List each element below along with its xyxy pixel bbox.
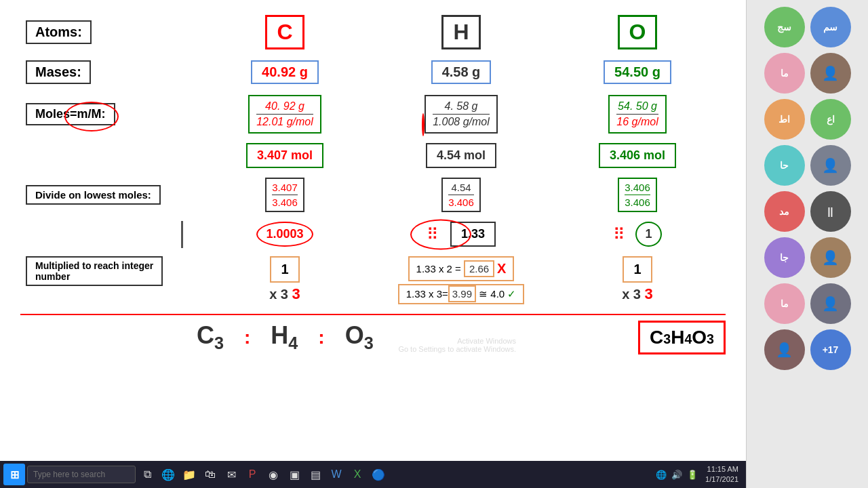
- moles-box: Moles=m/M:: [26, 103, 115, 125]
- atom-h: H: [441, 15, 480, 49]
- mol-c: 3.407 mol: [246, 143, 323, 168]
- div-c-bottom: 3.406: [272, 197, 298, 208]
- frac-o-top: 54. 50 g: [616, 100, 658, 113]
- div-c-cell: 3.407 3.406: [197, 175, 373, 215]
- frac-o-cell: 54. 50 g 16 g/mol: [549, 92, 726, 136]
- avatar-ha[interactable]: حا: [764, 145, 805, 186]
- mases-label-row: Mases:: [20, 58, 197, 87]
- sidebar-row-3: اط اع: [750, 99, 865, 140]
- avatar-photo5[interactable]: 👤: [764, 329, 805, 370]
- avatar-photo2[interactable]: 👤: [810, 145, 851, 186]
- int-c: 1: [270, 256, 299, 283]
- mail-icon[interactable]: ✉: [222, 465, 241, 484]
- result-label-empty: [20, 232, 197, 237]
- app1-icon[interactable]: ▣: [285, 465, 304, 484]
- frac-h: 4. 58 g 1.008 g/mol: [425, 95, 498, 134]
- multiply-h-cell: 1.33 x 2 = 2.66 X 1.33 x 3=3.99 ≅ 4.0 ✓: [373, 253, 549, 307]
- frac-h-cell: 4. 58 g 1.008 g/mol: [373, 92, 549, 136]
- formula-o: O3: [345, 321, 374, 353]
- avatar-pause[interactable]: ||: [810, 191, 851, 232]
- result-c: 1.0003: [256, 222, 313, 247]
- mol-c-cell: 3.407 mol: [197, 140, 373, 171]
- taskbar: ⊞ ⧉ 🌐 📁 🛍 ✉ P ◉ ▣ ▤ W X 🔵 🌐 🔊 🔋 11:15 AM…: [0, 461, 746, 488]
- frac-o: 54. 50 g 16 g/mol: [608, 95, 666, 134]
- network-icon: 🌐: [654, 470, 668, 480]
- mol-h: 4.54 mol: [426, 143, 496, 168]
- div-c: 3.407 3.406: [265, 178, 304, 212]
- div-o-bottom: 3.406: [625, 197, 650, 208]
- multiply-x3-text: 1.33 x 3=3.99 ≅ 4.0 ✓: [398, 284, 525, 304]
- mol-label-empty: [20, 153, 197, 159]
- frac-h-top: 4. 58 g: [433, 100, 490, 113]
- sidebar-row-2: ما 👤: [750, 53, 865, 94]
- app3-icon[interactable]: 🔵: [369, 465, 388, 484]
- atoms-box: Atoms:: [26, 20, 92, 44]
- start-button[interactable]: ⊞: [3, 464, 25, 485]
- multiply-x2-text: 1.33 x 2 =: [416, 263, 461, 274]
- formula-row: C3 : H4 : O3 Activate Windows Go to Sett…: [20, 314, 726, 354]
- divide-box: Divide on lowest moles:: [26, 185, 161, 205]
- divide-label-row: Divide on lowest moles:: [20, 182, 197, 207]
- excel-icon[interactable]: X: [348, 465, 367, 484]
- mol-h-cell: 4.54 mol: [373, 140, 549, 171]
- edge-icon[interactable]: 🌐: [159, 465, 178, 484]
- more-participants-badge[interactable]: +17: [810, 329, 851, 370]
- avatar-ma1[interactable]: ما: [764, 53, 805, 94]
- avatar-sam[interactable]: سم: [810, 7, 851, 47]
- atom-o-header: O: [549, 12, 726, 52]
- powerpoint-icon[interactable]: P: [243, 465, 262, 484]
- sidebar-row-6: جا 👤: [750, 237, 865, 278]
- sidebar-row-4: حا 👤: [750, 145, 865, 186]
- avatar-photo1[interactable]: 👤: [810, 53, 851, 94]
- div-c-top: 3.407: [272, 182, 298, 193]
- task-view-icon[interactable]: ⧉: [138, 465, 157, 484]
- avatar-photo3[interactable]: 👤: [810, 237, 851, 278]
- explorer-icon[interactable]: 📁: [180, 465, 199, 484]
- atoms-label: Atoms:: [20, 18, 197, 47]
- div-h-cell: 4.54 3.406: [373, 175, 549, 215]
- app2-icon[interactable]: ▤: [306, 465, 325, 484]
- chrome-icon[interactable]: ◉: [264, 465, 283, 484]
- main-content: Atoms: C H O Mases: 40.92 g 4.58 g: [0, 0, 746, 488]
- mass-o: 54.50 g: [604, 60, 671, 84]
- store-icon[interactable]: 🛍: [201, 465, 220, 484]
- avatar-ma2[interactable]: ما: [764, 283, 805, 324]
- int-o: 1: [623, 256, 652, 283]
- atom-c: C: [265, 15, 304, 49]
- sidebar: سج سم ما 👤 اط اع حا 👤 مد || جا 👤 ما 👤 👤 …: [746, 0, 868, 488]
- result-h-cell: ⠿ 1.33: [373, 219, 549, 249]
- avatar-mad[interactable]: مد: [764, 191, 805, 232]
- avatar-photo4[interactable]: 👤: [810, 283, 851, 324]
- avatar-saj[interactable]: سج: [764, 7, 805, 47]
- mol-o: 3.406 mol: [599, 143, 676, 168]
- taskbar-clock: 11:15 AM 1/17/2021: [701, 464, 743, 485]
- sidebar-row-1: سج سم: [750, 7, 865, 47]
- mol-o-cell: 3.406 mol: [549, 140, 726, 171]
- mass-o-cell: 54.50 g: [549, 58, 726, 87]
- atom-c-header: C: [197, 12, 373, 52]
- search-input[interactable]: [27, 466, 136, 483]
- mass-c: 40.92 g: [251, 60, 319, 84]
- frac-o-bottom: 16 g/mol: [616, 116, 658, 128]
- sidebar-row-5: مد ||: [750, 191, 865, 232]
- formula-c: C3: [197, 321, 224, 353]
- result-o: 1: [635, 222, 661, 247]
- result-o-cell: ⠿ 1: [549, 219, 726, 249]
- frac-c-cell: 40. 92 g 12.01 g/mol: [197, 92, 373, 136]
- result-c-cell: 1.0003: [197, 219, 373, 249]
- formula-h: H4: [271, 321, 298, 353]
- moles-label-row: Moles=m/M:: [20, 100, 197, 128]
- avatar-ae[interactable]: اع: [810, 99, 851, 140]
- sidebar-row-8: 👤 +17: [750, 329, 865, 370]
- result-h: 1.33: [450, 222, 496, 247]
- mass-h: 4.58 g: [431, 60, 492, 84]
- avatar-ja[interactable]: جا: [764, 237, 805, 278]
- final-formula-box: C3H4O3: [638, 321, 726, 354]
- avatar-at[interactable]: اط: [764, 99, 805, 140]
- word-icon[interactable]: W: [327, 465, 346, 484]
- frac-c-bottom: 12.01 g/mol: [256, 116, 313, 128]
- colon-1: :: [244, 327, 250, 348]
- div-h-top: 4.54: [448, 182, 474, 193]
- multiply-x-c: x 3: [269, 287, 288, 302]
- mases-box: Mases:: [26, 60, 91, 84]
